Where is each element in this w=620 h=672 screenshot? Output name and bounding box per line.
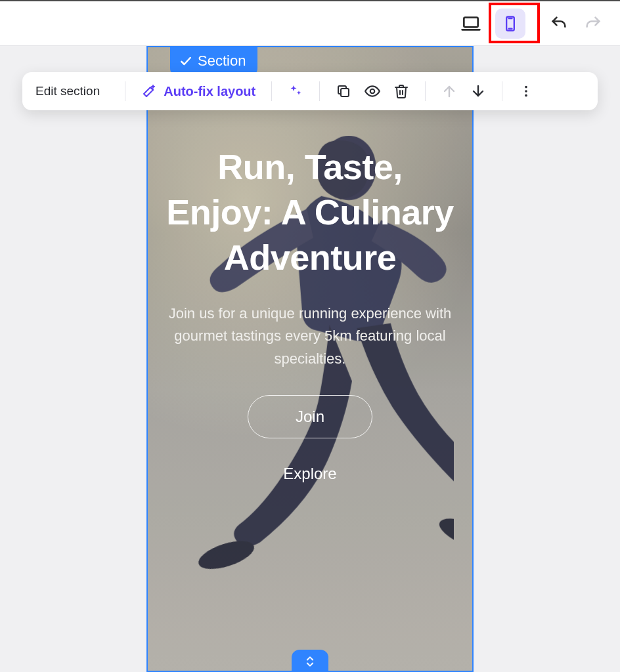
arrow-down-icon	[470, 83, 486, 99]
section-tag-label: Section	[198, 52, 246, 70]
resize-vertical-icon	[303, 654, 317, 669]
hero-content: Run, Taste, Enjoy: A Culinary Adventure …	[146, 144, 474, 483]
undo-icon	[550, 14, 568, 33]
more-options-button[interactable]	[513, 78, 539, 104]
move-up-button[interactable]	[436, 78, 462, 104]
device-switcher	[456, 9, 525, 39]
hero-title[interactable]: Run, Taste, Enjoy: A Culinary Adventure	[164, 144, 456, 280]
toolbar-separator	[319, 81, 320, 101]
delete-button[interactable]	[388, 78, 414, 104]
toolbar-separator	[271, 81, 272, 101]
top-toolbar	[0, 0, 620, 46]
sparkles-icon	[288, 83, 303, 99]
trash-icon	[393, 83, 409, 99]
toolbar-separator	[425, 81, 426, 101]
svg-rect-0	[464, 17, 477, 27]
explore-button[interactable]: Explore	[283, 465, 336, 483]
svg-rect-7	[341, 89, 349, 96]
auto-fix-label: Auto-fix layout	[164, 84, 255, 99]
device-desktop-button[interactable]	[456, 9, 486, 39]
svg-point-12	[525, 90, 527, 93]
copy-icon	[336, 83, 351, 99]
section-edit-toolbar: Edit section Auto-fix layout	[22, 72, 598, 110]
canvas-area: Section Run, Taste, Enjoy: A Culinary Ad…	[0, 46, 620, 672]
more-vertical-icon	[519, 84, 533, 98]
auto-fix-layout-button[interactable]: Auto-fix layout	[136, 79, 261, 103]
svg-point-13	[525, 94, 527, 97]
visibility-button[interactable]	[359, 78, 386, 104]
svg-point-8	[370, 89, 375, 94]
smartphone-icon	[501, 14, 520, 33]
magic-wand-icon	[141, 83, 157, 99]
check-icon	[179, 54, 192, 68]
move-down-button[interactable]	[465, 78, 491, 104]
join-button[interactable]: Join	[248, 395, 372, 438]
duplicate-button[interactable]	[330, 78, 357, 104]
toolbar-separator	[502, 81, 502, 101]
redo-button[interactable]	[582, 12, 604, 35]
undo-redo-group	[548, 12, 604, 35]
mobile-preview-frame[interactable]: Section Run, Taste, Enjoy: A Culinary Ad…	[146, 46, 474, 672]
arrow-up-icon	[441, 83, 457, 99]
redo-icon	[584, 14, 602, 33]
undo-button[interactable]	[548, 12, 570, 35]
device-mobile-button[interactable]	[495, 9, 525, 39]
svg-point-11	[525, 86, 527, 89]
laptop-icon	[460, 13, 481, 34]
edit-section-button[interactable]: Edit section	[35, 84, 100, 98]
hero-subtitle[interactable]: Join us for a unique running experience …	[166, 303, 454, 369]
eye-icon	[364, 83, 381, 100]
section-resize-handle[interactable]	[292, 650, 328, 672]
ai-sparkle-button[interactable]	[282, 78, 309, 104]
toolbar-separator	[125, 81, 125, 101]
